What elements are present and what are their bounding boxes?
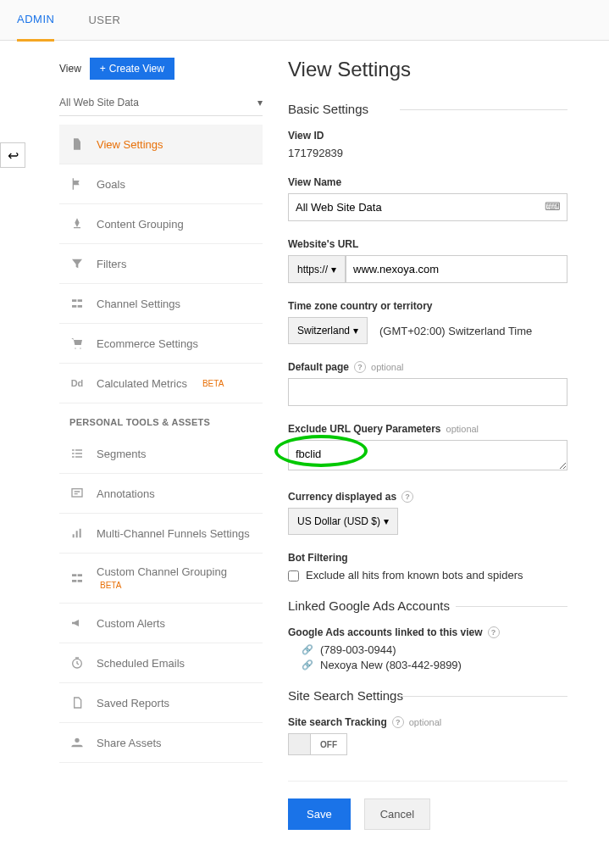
chevron-down-icon: ▾: [384, 515, 389, 527]
link-icon: 🔗: [302, 659, 313, 670]
megaphone-icon: [69, 615, 85, 631]
currency-select[interactable]: US Dollar (USD $) ▾: [288, 508, 398, 535]
linked-account: Nexoya New (803-442-9899): [320, 659, 462, 671]
tz-country-label: Switzerland: [297, 325, 350, 337]
nav-label: Saved Reports: [97, 697, 169, 709]
nav-label: Calculated Metrics: [97, 377, 187, 390]
view-name-label: View Name: [288, 176, 567, 188]
page-icon: [69, 136, 85, 152]
optional-label: optional: [371, 362, 404, 372]
nav-filters[interactable]: Filters: [59, 244, 263, 284]
nav-label: Content Grouping: [97, 218, 184, 231]
timezone-country-select[interactable]: Switzerland ▾: [288, 317, 368, 344]
chevron-down-icon: ▾: [331, 264, 336, 275]
nav-saved-reports[interactable]: Saved Reports: [59, 683, 263, 723]
nav-label: Scheduled Emails: [97, 657, 185, 670]
document-icon: [69, 695, 85, 710]
view-selector[interactable]: All Web Site Data ▾: [59, 90, 263, 116]
nav-custom-alerts[interactable]: Custom Alerts: [59, 604, 263, 643]
help-icon[interactable]: ?: [392, 716, 404, 728]
nav-label: View Settings: [97, 138, 163, 151]
url-label: Website's URL: [288, 238, 567, 250]
nav-label: Filters: [97, 258, 126, 270]
nav-goals[interactable]: Goals: [59, 164, 263, 204]
metrics-icon: Dd: [69, 376, 85, 391]
site-search-label: Site search Tracking: [288, 716, 387, 728]
beta-badge: BETA: [100, 581, 121, 590]
nav-label: Share Assets: [97, 737, 162, 749]
nav-label: Custom Channel Grouping: [97, 565, 227, 578]
chevron-down-icon: ▾: [353, 325, 358, 337]
share-icon: [69, 735, 85, 750]
bot-filtering-label: Bot Filtering: [288, 552, 567, 564]
flag-icon: [69, 176, 85, 192]
help-icon[interactable]: ?: [354, 361, 366, 373]
default-page-label: Default page: [288, 361, 349, 373]
nav-mcf[interactable]: Multi-Channel Funnels Settings: [59, 514, 263, 554]
svg-rect-0: [72, 489, 82, 497]
create-view-button[interactable]: + Create View: [90, 58, 174, 80]
optional-label: optional: [409, 717, 442, 727]
back-button[interactable]: ↩: [0, 142, 25, 168]
nav-content-grouping[interactable]: Content Grouping: [59, 204, 263, 244]
cancel-button[interactable]: Cancel: [364, 798, 430, 830]
timezone-value: (GMT+02:00) Switzerland Time: [379, 325, 532, 337]
nav-label: Ecommerce Settings: [97, 337, 198, 350]
linked-account: (789-003-0944): [320, 643, 396, 656]
grouping-icon: [69, 216, 85, 231]
currency-label: Currency displayed as: [288, 491, 396, 503]
link-icon: 🔗: [302, 644, 313, 655]
clock-icon: [69, 655, 85, 670]
nav-ecommerce[interactable]: Ecommerce Settings: [59, 324, 263, 364]
help-icon[interactable]: ?: [401, 491, 413, 503]
currency-value: US Dollar (USD $): [297, 515, 380, 527]
exclude-params-label: Exclude URL Query Parameters: [288, 423, 441, 435]
default-page-input[interactable]: [288, 378, 567, 406]
nav-view-settings[interactable]: View Settings: [59, 125, 263, 164]
tab-admin[interactable]: ADMIN: [17, 0, 54, 42]
timezone-label: Time zone country or territory: [288, 300, 567, 312]
nav-annotations[interactable]: Annotations: [59, 474, 263, 514]
site-search-toggle[interactable]: OFF: [288, 733, 347, 755]
view-name-input[interactable]: [288, 193, 567, 221]
url-input[interactable]: [346, 255, 567, 283]
protocol-select[interactable]: https:// ▾: [288, 255, 346, 283]
nav-label: Annotations: [97, 487, 155, 500]
tab-user[interactable]: USER: [88, 0, 120, 40]
nav-share-assets[interactable]: Share Assets: [59, 723, 263, 763]
nav-label: Segments: [97, 448, 147, 460]
section-linked: Linked Google Ads Accounts: [288, 598, 567, 613]
nav-label: Custom Alerts: [97, 617, 165, 630]
grid-icon: [69, 570, 85, 586]
segments-icon: [69, 446, 85, 461]
help-icon[interactable]: ?: [488, 626, 500, 638]
linked-accounts-label: Google Ads accounts linked to this view: [288, 626, 483, 638]
toggle-handle: [289, 734, 311, 754]
create-view-label: Create View: [109, 63, 164, 75]
nav-label: Goals: [97, 178, 125, 191]
protocol-label: https://: [297, 264, 328, 275]
annotation-icon: [69, 486, 85, 501]
nav-scheduled-emails[interactable]: Scheduled Emails: [59, 643, 263, 683]
keyboard-icon: ⌨: [545, 200, 561, 213]
nav-segments[interactable]: Segments: [59, 434, 263, 474]
section-basic: Basic Settings: [288, 102, 567, 116]
bars-icon: [69, 526, 85, 541]
cart-icon: [69, 336, 85, 351]
section-personal-tools: PERSONAL TOOLS & ASSETS: [59, 403, 263, 434]
save-button[interactable]: Save: [288, 798, 351, 830]
nav-custom-channel[interactable]: Custom Channel GroupingBETA: [59, 554, 263, 604]
nav-calculated-metrics[interactable]: Dd Calculated Metrics BETA: [59, 364, 263, 403]
exclude-params-input[interactable]: fbclid: [288, 440, 567, 470]
optional-label: optional: [446, 424, 479, 434]
beta-badge: BETA: [202, 379, 224, 388]
view-id-value: 171792839: [288, 147, 567, 159]
filter-icon: [69, 256, 85, 271]
page-title: View Settings: [288, 58, 567, 81]
nav-channel-settings[interactable]: Channel Settings: [59, 284, 263, 324]
toggle-off-label: OFF: [311, 740, 346, 749]
section-search: Site Search Settings: [288, 688, 567, 703]
bot-filtering-text: Exclude all hits from known bots and spi…: [306, 569, 523, 581]
nav-label: Multi-Channel Funnels Settings: [97, 527, 250, 540]
bot-filtering-checkbox[interactable]: [288, 570, 299, 581]
